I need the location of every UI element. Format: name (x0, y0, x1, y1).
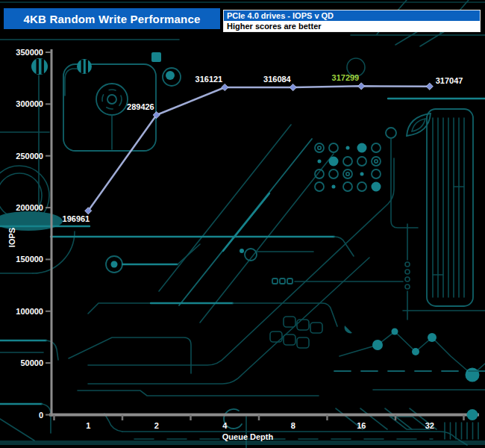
data-point-label: 289426 (127, 102, 154, 111)
y-tick-label: 50000 (20, 358, 43, 367)
x-tick-label: 1 (86, 421, 90, 430)
title-bar: 4KB Random Write Performance (4, 8, 220, 29)
data-point-marker (358, 83, 365, 90)
data-point-marker (222, 84, 228, 90)
data-point-label: 317047 (436, 76, 463, 85)
x-axis-title: Queue Depth (222, 432, 274, 441)
y-tick-label: 200000 (16, 203, 43, 212)
info-box: PCIe 4.0 drives - IOPS v QD Higher score… (223, 10, 481, 32)
info-note: Higher scores are better (224, 21, 480, 31)
y-axis-title: IOPS (7, 228, 16, 247)
data-point-marker (426, 83, 433, 90)
axis-endcap-dot (467, 409, 478, 420)
x-tick-label: 8 (291, 421, 295, 430)
x-tick-label: 16 (357, 421, 366, 430)
y-tick-label: 100000 (16, 307, 43, 316)
page-title: 4KB Random Write Performance (23, 13, 200, 25)
data-point-label: 316121 (195, 75, 223, 84)
info-subtitle: PCIe 4.0 drives - IOPS v QD (224, 10, 480, 21)
data-point-label: 317299 (332, 73, 360, 82)
data-point-label: 316084 (263, 75, 292, 84)
chart-window: 0500001000001500002000002500003000003500… (0, 0, 485, 448)
x-tick-label: 32 (425, 421, 434, 430)
performance-line-chart: 0500001000001500002000002500003000003500… (0, 0, 485, 448)
y-tick-label: 250000 (16, 152, 43, 161)
data-point-marker (290, 84, 296, 90)
y-tick-label: 150000 (16, 255, 43, 264)
y-tick-label: 0 (39, 411, 43, 420)
x-tick-label: 4 (222, 421, 228, 430)
x-tick-label: 2 (154, 421, 159, 430)
y-tick-label: 300000 (16, 99, 43, 108)
y-tick-label: 350000 (16, 48, 43, 57)
data-point-label: 196961 (63, 214, 90, 223)
